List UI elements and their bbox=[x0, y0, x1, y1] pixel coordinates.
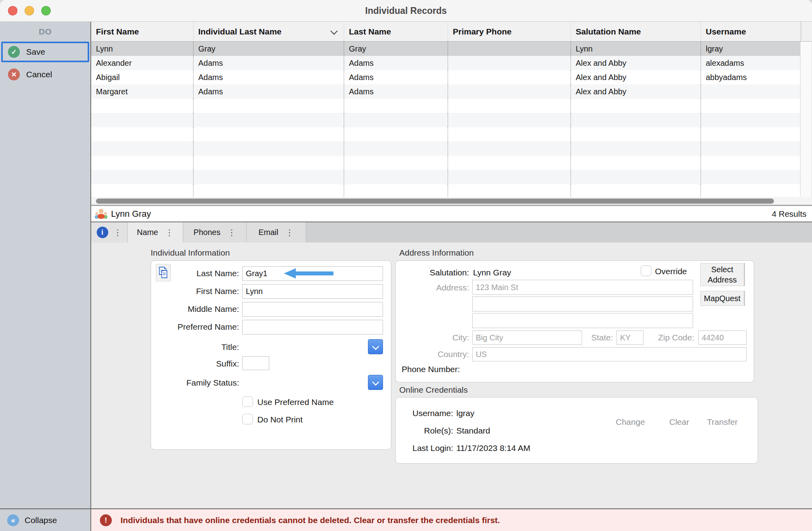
table-row-empty bbox=[91, 99, 801, 113]
table-row-empty bbox=[91, 184, 801, 197]
cell-primary-phone bbox=[448, 70, 571, 84]
preferred-name-input[interactable] bbox=[242, 320, 383, 334]
save-button[interactable]: ✓ Save bbox=[1, 42, 89, 62]
salutation-label: Salutation: bbox=[396, 268, 469, 277]
table-row-empty bbox=[91, 141, 801, 156]
suffix-label: Suffix: bbox=[151, 359, 239, 369]
table-row[interactable]: Abigail Adams Adams Alex and Abby abbyad… bbox=[91, 70, 801, 84]
horizontal-scrollbar[interactable] bbox=[91, 197, 812, 206]
cancel-button[interactable]: ✕ Cancel bbox=[0, 64, 90, 85]
last-login-label: Last Login: bbox=[396, 443, 453, 453]
zip-code-input[interactable] bbox=[698, 330, 747, 345]
mapquest-button[interactable]: MapQuest bbox=[700, 291, 745, 306]
main-content: First Name Individual Last Name Last Nam… bbox=[90, 22, 812, 531]
sidebar: DO ✓ Save ✕ Cancel « Collapse bbox=[0, 22, 90, 531]
column-header-individual-last-name[interactable]: Individual Last Name bbox=[193, 22, 344, 41]
username-label: Username: bbox=[396, 409, 453, 418]
country-label: Country: bbox=[396, 350, 469, 359]
tab-name[interactable]: Name ⋮ bbox=[128, 222, 183, 243]
address-line3-input[interactable] bbox=[472, 313, 693, 328]
drag-handle-icon[interactable]: ⋮ bbox=[165, 228, 174, 237]
city-label: City: bbox=[396, 333, 469, 342]
column-header-first-name[interactable]: First Name bbox=[91, 22, 193, 41]
double-chevron-left-icon: « bbox=[7, 514, 19, 526]
roles-value: Standard bbox=[456, 426, 490, 435]
tab-phones[interactable]: Phones ⋮ bbox=[183, 222, 247, 243]
collapse-button[interactable]: « Collapse bbox=[0, 508, 90, 531]
cell-salutation-name: Alex and Abby bbox=[571, 70, 701, 84]
cell-salutation-name: Alex and Abby bbox=[571, 56, 701, 70]
middle-name-label: Middle Name: bbox=[151, 304, 239, 314]
cell-username bbox=[701, 84, 801, 99]
do-not-print-checkbox[interactable] bbox=[242, 414, 253, 424]
cell-username: abbyadams bbox=[701, 70, 801, 84]
cell-salutation-name: Alex and Abby bbox=[571, 84, 701, 99]
individual-information-panel: Last Name: First Name: Middle Name: Pref… bbox=[151, 260, 391, 450]
clear-credentials-button[interactable]: Clear bbox=[669, 417, 689, 427]
state-label: State: bbox=[553, 333, 613, 342]
last-name-input[interactable] bbox=[242, 266, 383, 281]
table-row-empty bbox=[91, 127, 801, 141]
title-bar: Individual Records bbox=[0, 0, 812, 22]
cell-username: alexadams bbox=[701, 56, 801, 70]
cell-first-name: Margaret bbox=[91, 84, 193, 99]
record-bar: Lynn Gray 4 Results bbox=[91, 206, 812, 222]
table-row[interactable]: Margaret Adams Adams Alex and Abby bbox=[91, 84, 801, 99]
override-label: Override bbox=[655, 267, 687, 276]
vertical-scrollbar[interactable] bbox=[800, 42, 811, 197]
tab-bar: i ⋮ Name ⋮ Phones ⋮ Email ⋮ bbox=[91, 222, 812, 243]
use-preferred-name-checkbox[interactable] bbox=[242, 396, 253, 407]
override-checkbox[interactable] bbox=[641, 266, 651, 276]
cancel-button-label: Cancel bbox=[26, 70, 52, 79]
table-row[interactable]: Lynn Gray Gray Lynn lgray bbox=[91, 42, 801, 56]
detail-panel: Individual Information Last Name: bbox=[91, 243, 812, 508]
cell-last-name: Gray bbox=[344, 42, 448, 56]
family-status-label: Family Status: bbox=[151, 378, 239, 388]
change-credentials-button[interactable]: Change bbox=[616, 417, 645, 427]
warning-message: Individuals that have online credentials… bbox=[121, 516, 500, 525]
address-label: Address: bbox=[396, 283, 469, 292]
family-status-dropdown-button[interactable] bbox=[368, 375, 383, 390]
horizontal-scrollbar-thumb[interactable] bbox=[96, 199, 774, 204]
country-input[interactable] bbox=[472, 347, 747, 361]
column-header-salutation-name[interactable]: Salutation Name bbox=[571, 22, 701, 41]
table-row-empty bbox=[91, 170, 801, 184]
cell-individual-last-name: Adams bbox=[193, 70, 344, 84]
address-information-title: Address Information bbox=[399, 248, 474, 258]
cell-individual-last-name: Adams bbox=[193, 84, 344, 99]
select-address-button[interactable]: Select Address bbox=[700, 263, 745, 286]
drag-handle-icon[interactable]: ⋮ bbox=[285, 228, 294, 237]
column-header-username[interactable]: Username bbox=[701, 22, 801, 41]
middle-name-input[interactable] bbox=[242, 302, 383, 317]
cell-last-name: Adams bbox=[344, 70, 448, 84]
roles-label: Role(s): bbox=[396, 426, 453, 435]
drag-handle-icon[interactable]: ⋮ bbox=[114, 228, 122, 237]
column-header-primary-phone[interactable]: Primary Phone bbox=[448, 22, 571, 41]
results-count: 4 Results bbox=[772, 209, 806, 219]
column-header-last-name[interactable]: Last Name bbox=[344, 22, 448, 41]
selected-record-name: Lynn Gray bbox=[111, 209, 151, 219]
transfer-credentials-button[interactable]: Transfer bbox=[707, 417, 737, 427]
info-segment: i ⋮ bbox=[91, 222, 128, 243]
info-icon[interactable]: i bbox=[97, 227, 108, 238]
cell-first-name: Abigail bbox=[91, 70, 193, 84]
address-line1-input[interactable] bbox=[472, 280, 693, 295]
tab-email[interactable]: Email ⋮ bbox=[247, 222, 306, 243]
table-row-empty bbox=[91, 113, 801, 127]
warning-bar: ! Individuals that have online credentia… bbox=[91, 508, 812, 531]
cell-primary-phone bbox=[448, 42, 571, 56]
title-dropdown-button[interactable] bbox=[368, 339, 383, 354]
sort-chevron-down-icon[interactable] bbox=[330, 27, 337, 34]
table-row[interactable]: Alexander Adams Adams Alex and Abby alex… bbox=[91, 56, 801, 70]
address-line2-input[interactable] bbox=[472, 296, 693, 311]
first-name-input[interactable] bbox=[242, 284, 383, 299]
close-icon: ✕ bbox=[8, 69, 20, 80]
individual-information-title: Individual Information bbox=[151, 248, 230, 258]
sidebar-header: DO bbox=[0, 22, 90, 42]
cell-username: lgray bbox=[701, 42, 801, 56]
drag-handle-icon[interactable]: ⋮ bbox=[228, 228, 236, 237]
suffix-input[interactable] bbox=[242, 356, 269, 370]
use-preferred-name-label: Use Preferred Name bbox=[257, 397, 334, 407]
cell-first-name: Alexander bbox=[91, 56, 193, 70]
last-login-value: 11/17/2023 8:14 AM bbox=[456, 443, 530, 453]
